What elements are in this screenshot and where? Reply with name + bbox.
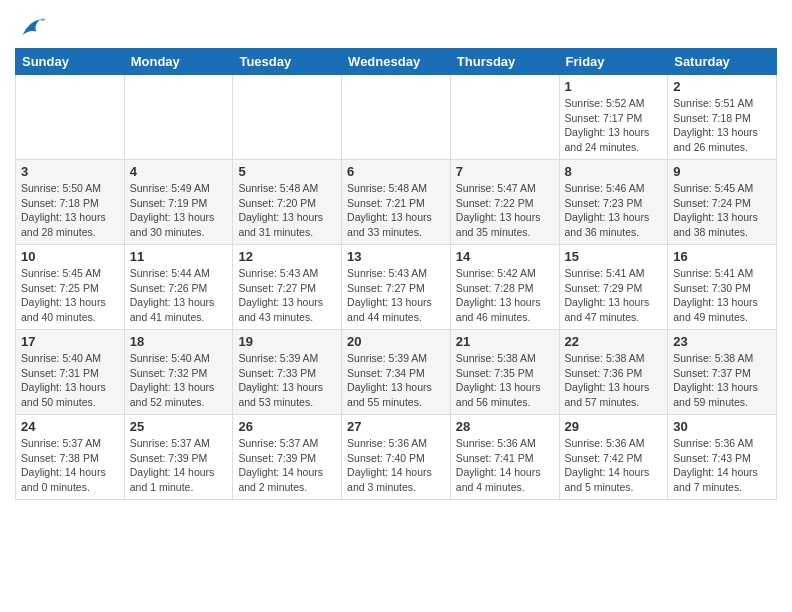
calendar-cell: 20Sunrise: 5:39 AM Sunset: 7:34 PM Dayli… <box>342 330 451 415</box>
day-info: Sunrise: 5:36 AM Sunset: 7:41 PM Dayligh… <box>456 436 554 495</box>
day-number: 17 <box>21 334 119 349</box>
calendar-week-row: 24Sunrise: 5:37 AM Sunset: 7:38 PM Dayli… <box>16 415 777 500</box>
day-info: Sunrise: 5:36 AM Sunset: 7:43 PM Dayligh… <box>673 436 771 495</box>
day-info: Sunrise: 5:48 AM Sunset: 7:21 PM Dayligh… <box>347 181 445 240</box>
day-number: 4 <box>130 164 228 179</box>
day-number: 20 <box>347 334 445 349</box>
calendar-week-row: 1Sunrise: 5:52 AM Sunset: 7:17 PM Daylig… <box>16 75 777 160</box>
day-info: Sunrise: 5:41 AM Sunset: 7:30 PM Dayligh… <box>673 266 771 325</box>
calendar-cell: 9Sunrise: 5:45 AM Sunset: 7:24 PM Daylig… <box>668 160 777 245</box>
calendar-cell: 11Sunrise: 5:44 AM Sunset: 7:26 PM Dayli… <box>124 245 233 330</box>
calendar-cell: 8Sunrise: 5:46 AM Sunset: 7:23 PM Daylig… <box>559 160 668 245</box>
day-info: Sunrise: 5:46 AM Sunset: 7:23 PM Dayligh… <box>565 181 663 240</box>
day-info: Sunrise: 5:43 AM Sunset: 7:27 PM Dayligh… <box>238 266 336 325</box>
day-info: Sunrise: 5:36 AM Sunset: 7:40 PM Dayligh… <box>347 436 445 495</box>
calendar-cell: 24Sunrise: 5:37 AM Sunset: 7:38 PM Dayli… <box>16 415 125 500</box>
day-info: Sunrise: 5:52 AM Sunset: 7:17 PM Dayligh… <box>565 96 663 155</box>
day-info: Sunrise: 5:38 AM Sunset: 7:36 PM Dayligh… <box>565 351 663 410</box>
day-number: 15 <box>565 249 663 264</box>
day-info: Sunrise: 5:47 AM Sunset: 7:22 PM Dayligh… <box>456 181 554 240</box>
calendar-cell: 7Sunrise: 5:47 AM Sunset: 7:22 PM Daylig… <box>450 160 559 245</box>
calendar-cell <box>124 75 233 160</box>
day-number: 27 <box>347 419 445 434</box>
calendar-cell: 30Sunrise: 5:36 AM Sunset: 7:43 PM Dayli… <box>668 415 777 500</box>
calendar-week-row: 3Sunrise: 5:50 AM Sunset: 7:18 PM Daylig… <box>16 160 777 245</box>
calendar-header-wednesday: Wednesday <box>342 49 451 75</box>
day-number: 16 <box>673 249 771 264</box>
calendar-cell: 3Sunrise: 5:50 AM Sunset: 7:18 PM Daylig… <box>16 160 125 245</box>
day-number: 12 <box>238 249 336 264</box>
day-info: Sunrise: 5:38 AM Sunset: 7:35 PM Dayligh… <box>456 351 554 410</box>
day-number: 28 <box>456 419 554 434</box>
day-number: 11 <box>130 249 228 264</box>
day-number: 9 <box>673 164 771 179</box>
calendar-week-row: 17Sunrise: 5:40 AM Sunset: 7:31 PM Dayli… <box>16 330 777 415</box>
day-info: Sunrise: 5:39 AM Sunset: 7:34 PM Dayligh… <box>347 351 445 410</box>
day-number: 10 <box>21 249 119 264</box>
calendar-cell: 28Sunrise: 5:36 AM Sunset: 7:41 PM Dayli… <box>450 415 559 500</box>
day-info: Sunrise: 5:37 AM Sunset: 7:39 PM Dayligh… <box>238 436 336 495</box>
day-number: 8 <box>565 164 663 179</box>
day-info: Sunrise: 5:44 AM Sunset: 7:26 PM Dayligh… <box>130 266 228 325</box>
day-info: Sunrise: 5:37 AM Sunset: 7:38 PM Dayligh… <box>21 436 119 495</box>
calendar-cell: 6Sunrise: 5:48 AM Sunset: 7:21 PM Daylig… <box>342 160 451 245</box>
day-number: 13 <box>347 249 445 264</box>
calendar-cell <box>16 75 125 160</box>
day-number: 2 <box>673 79 771 94</box>
day-info: Sunrise: 5:40 AM Sunset: 7:32 PM Dayligh… <box>130 351 228 410</box>
calendar-cell: 27Sunrise: 5:36 AM Sunset: 7:40 PM Dayli… <box>342 415 451 500</box>
calendar-header-thursday: Thursday <box>450 49 559 75</box>
day-number: 23 <box>673 334 771 349</box>
calendar-header-monday: Monday <box>124 49 233 75</box>
day-number: 29 <box>565 419 663 434</box>
day-number: 18 <box>130 334 228 349</box>
day-info: Sunrise: 5:48 AM Sunset: 7:20 PM Dayligh… <box>238 181 336 240</box>
calendar-cell: 23Sunrise: 5:38 AM Sunset: 7:37 PM Dayli… <box>668 330 777 415</box>
calendar-cell: 5Sunrise: 5:48 AM Sunset: 7:20 PM Daylig… <box>233 160 342 245</box>
calendar-header-friday: Friday <box>559 49 668 75</box>
day-number: 25 <box>130 419 228 434</box>
day-info: Sunrise: 5:45 AM Sunset: 7:24 PM Dayligh… <box>673 181 771 240</box>
calendar-cell: 22Sunrise: 5:38 AM Sunset: 7:36 PM Dayli… <box>559 330 668 415</box>
day-number: 21 <box>456 334 554 349</box>
calendar-week-row: 10Sunrise: 5:45 AM Sunset: 7:25 PM Dayli… <box>16 245 777 330</box>
calendar-cell <box>233 75 342 160</box>
calendar-cell: 12Sunrise: 5:43 AM Sunset: 7:27 PM Dayli… <box>233 245 342 330</box>
calendar-header-saturday: Saturday <box>668 49 777 75</box>
calendar-cell: 13Sunrise: 5:43 AM Sunset: 7:27 PM Dayli… <box>342 245 451 330</box>
calendar-cell: 17Sunrise: 5:40 AM Sunset: 7:31 PM Dayli… <box>16 330 125 415</box>
calendar-cell: 16Sunrise: 5:41 AM Sunset: 7:30 PM Dayli… <box>668 245 777 330</box>
logo <box>15 14 47 42</box>
header <box>15 10 777 42</box>
calendar-header-sunday: Sunday <box>16 49 125 75</box>
day-number: 3 <box>21 164 119 179</box>
calendar-cell <box>342 75 451 160</box>
calendar-cell: 19Sunrise: 5:39 AM Sunset: 7:33 PM Dayli… <box>233 330 342 415</box>
day-info: Sunrise: 5:37 AM Sunset: 7:39 PM Dayligh… <box>130 436 228 495</box>
calendar-header-row: SundayMondayTuesdayWednesdayThursdayFrid… <box>16 49 777 75</box>
day-number: 24 <box>21 419 119 434</box>
day-info: Sunrise: 5:49 AM Sunset: 7:19 PM Dayligh… <box>130 181 228 240</box>
calendar-cell: 25Sunrise: 5:37 AM Sunset: 7:39 PM Dayli… <box>124 415 233 500</box>
day-info: Sunrise: 5:40 AM Sunset: 7:31 PM Dayligh… <box>21 351 119 410</box>
day-info: Sunrise: 5:39 AM Sunset: 7:33 PM Dayligh… <box>238 351 336 410</box>
calendar-cell <box>450 75 559 160</box>
calendar-cell: 14Sunrise: 5:42 AM Sunset: 7:28 PM Dayli… <box>450 245 559 330</box>
day-info: Sunrise: 5:36 AM Sunset: 7:42 PM Dayligh… <box>565 436 663 495</box>
day-info: Sunrise: 5:42 AM Sunset: 7:28 PM Dayligh… <box>456 266 554 325</box>
calendar-cell: 1Sunrise: 5:52 AM Sunset: 7:17 PM Daylig… <box>559 75 668 160</box>
day-info: Sunrise: 5:41 AM Sunset: 7:29 PM Dayligh… <box>565 266 663 325</box>
calendar-cell: 10Sunrise: 5:45 AM Sunset: 7:25 PM Dayli… <box>16 245 125 330</box>
calendar-cell: 26Sunrise: 5:37 AM Sunset: 7:39 PM Dayli… <box>233 415 342 500</box>
day-number: 30 <box>673 419 771 434</box>
calendar-cell: 2Sunrise: 5:51 AM Sunset: 7:18 PM Daylig… <box>668 75 777 160</box>
day-number: 6 <box>347 164 445 179</box>
calendar-table: SundayMondayTuesdayWednesdayThursdayFrid… <box>15 48 777 500</box>
day-info: Sunrise: 5:38 AM Sunset: 7:37 PM Dayligh… <box>673 351 771 410</box>
day-number: 26 <box>238 419 336 434</box>
day-number: 14 <box>456 249 554 264</box>
calendar-cell: 29Sunrise: 5:36 AM Sunset: 7:42 PM Dayli… <box>559 415 668 500</box>
calendar-cell: 4Sunrise: 5:49 AM Sunset: 7:19 PM Daylig… <box>124 160 233 245</box>
day-number: 5 <box>238 164 336 179</box>
day-info: Sunrise: 5:51 AM Sunset: 7:18 PM Dayligh… <box>673 96 771 155</box>
